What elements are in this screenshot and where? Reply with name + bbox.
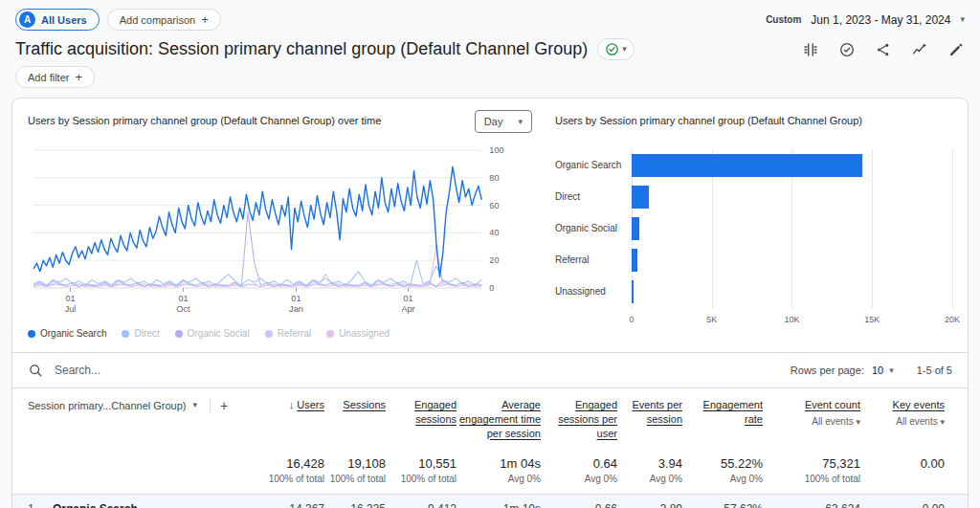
column-header-engaged-sessions-per-user[interactable]: Engaged sessions per user <box>541 398 617 441</box>
add-filter-label: Add filter <box>28 72 69 83</box>
bar[interactable] <box>632 186 649 209</box>
svg-text:01: 01 <box>403 294 412 303</box>
bar-chart-title: Users by Session primary channel group (… <box>555 110 952 126</box>
legend-dot <box>175 330 183 338</box>
filter-bar: Add filter + <box>0 64 980 98</box>
totals-cell: 1m 04sAvg 0% <box>457 456 541 484</box>
legend-item[interactable]: Referral <box>265 328 312 339</box>
line-chart-title: Users by Session primary channel group (… <box>28 110 381 126</box>
dimension-column-header[interactable]: Session primary...Channel Group)▾+ <box>28 398 257 441</box>
row-metric-cell: 0.00 <box>860 502 945 508</box>
add-filter-button[interactable]: Add filter + <box>15 66 95 88</box>
legend-label: Organic Social <box>188 328 250 339</box>
totals-cell: 75,321100% of total <box>763 456 860 484</box>
metric-filter-dropdown[interactable]: All events ▾ <box>763 415 860 429</box>
totals-empty-cell <box>28 456 257 484</box>
dimension-header-label: Session primary...Channel Group) <box>28 399 186 413</box>
totals-cell: 19,108100% of total <box>324 456 386 484</box>
table-totals-row: 16,428100% of total19,108100% of total10… <box>12 447 968 495</box>
svg-text:80: 80 <box>489 173 499 183</box>
search-input[interactable] <box>53 363 781 378</box>
caret-down-icon: ▾ <box>622 45 627 54</box>
legend-label: Referral <box>278 328 312 339</box>
add-dimension-button[interactable]: + <box>210 399 228 412</box>
totals-cell: 3.94Avg 0% <box>617 456 682 484</box>
rows-per-page-label: Rows per page: <box>791 364 864 376</box>
report-header: Traffic acquisition: Session primary cha… <box>0 34 980 64</box>
rows-per-page-select[interactable]: 10 ▾ <box>872 364 894 376</box>
table-toolbar: Rows per page: 10 ▾ 1-5 of 5 <box>12 352 968 388</box>
table-row[interactable]: 1Organic Search14,36716,3359,4121m 10s0.… <box>12 495 968 508</box>
totals-cell: 10,551100% of total <box>386 456 457 484</box>
data-quality-button[interactable]: ▾ <box>597 38 635 60</box>
svg-text:Oct: Oct <box>176 304 190 314</box>
svg-text:100: 100 <box>489 145 503 155</box>
column-header-key-events[interactable]: Key eventsAll events ▾ <box>860 398 945 441</box>
svg-text:01: 01 <box>65 294 75 303</box>
add-comparison-button[interactable]: Add comparison + <box>107 9 221 31</box>
svg-text:Apr: Apr <box>401 304 414 314</box>
granularity-select[interactable]: Day ▾ <box>475 110 532 133</box>
svg-text:40: 40 <box>489 228 499 237</box>
top-bar: A All Users Add comparison + Custom Jun … <box>0 0 980 34</box>
avatar: A <box>19 11 35 28</box>
bar[interactable] <box>632 154 862 177</box>
caret-down-icon: ▾ <box>192 399 197 409</box>
line-chart[interactable]: 02040608010001Jul01Oct01Jan01Apr <box>28 143 532 324</box>
metric-filter-dropdown[interactable]: All events ▾ <box>860 415 945 429</box>
svg-text:20: 20 <box>489 255 499 265</box>
bar-category-label: Organic Social <box>555 212 632 244</box>
row-channel-label: Organic Search <box>53 502 138 508</box>
bar[interactable] <box>632 249 637 272</box>
date-mode-label: Custom <box>766 14 801 25</box>
bar-category-label: Referral <box>555 244 632 276</box>
svg-text:Jul: Jul <box>65 304 77 314</box>
totals-cell: 0.64Avg 0% <box>541 456 617 484</box>
bar[interactable] <box>632 217 639 240</box>
bar-x-tick-label: 0 <box>629 315 634 324</box>
totals-cell: 16,428100% of total <box>257 456 324 484</box>
table-body: 1Organic Search14,36716,3359,4121m 10s0.… <box>12 495 968 508</box>
column-header-engaged-sessions[interactable]: Engaged sessions <box>386 398 457 441</box>
bar-category-label: Unassigned <box>555 276 632 307</box>
comparisons-columns-icon[interactable] <box>802 41 819 58</box>
report-card: Users by Session primary channel group (… <box>11 98 969 508</box>
edit-pencil-icon[interactable] <box>947 41 965 58</box>
legend-dot <box>122 330 129 338</box>
legend-item[interactable]: Direct <box>122 328 159 339</box>
column-header-events-per-session[interactable]: Events per session <box>617 398 682 441</box>
legend-label: Direct <box>134 328 159 339</box>
legend-item[interactable]: Organic Social <box>175 328 250 339</box>
search-icon <box>28 363 43 378</box>
all-users-chip[interactable]: A All Users <box>15 9 100 31</box>
checkmark-circle-green-icon <box>605 42 619 56</box>
totals-cell: 0.00 <box>860 456 945 484</box>
row-metric-cell: 9,412 <box>386 502 457 508</box>
share-icon[interactable] <box>875 41 892 58</box>
table-header-row: Session primary...Channel Group)▾+↓ User… <box>12 388 968 447</box>
column-header-users[interactable]: ↓ Users <box>257 398 324 441</box>
svg-text:60: 60 <box>489 201 499 210</box>
bar-x-tick-label: 10K <box>784 315 799 324</box>
bar-chart-panel: Users by Session primary channel group (… <box>546 110 952 339</box>
column-header-event-count[interactable]: Event countAll events ▾ <box>763 398 860 441</box>
insights-icon[interactable] <box>911 41 928 58</box>
column-header-sessions[interactable]: Sessions <box>324 398 386 441</box>
legend-label: Unassigned <box>339 328 390 339</box>
check-circle-icon[interactable] <box>838 41 856 58</box>
legend-item[interactable]: Organic Search <box>28 328 106 339</box>
legend-dot <box>28 330 35 338</box>
column-header-engagement-rate[interactable]: Engagement rate <box>682 398 763 441</box>
svg-text:01: 01 <box>178 294 188 303</box>
date-range-value: Jun 1, 2023 - May 31, 2024 <box>811 13 950 27</box>
row-metric-cell: 0.66 <box>541 502 617 508</box>
bar-x-tick-label: 5K <box>706 315 717 324</box>
plus-icon: + <box>75 71 82 83</box>
bar[interactable] <box>632 280 634 303</box>
legend-item[interactable]: Unassigned <box>326 328 390 339</box>
row-metric-cell: 14,367 <box>257 502 324 508</box>
rows-per-page-value: 10 <box>872 364 883 376</box>
add-comparison-label: Add comparison <box>120 14 196 26</box>
date-range-picker[interactable]: Custom Jun 1, 2023 - May 31, 2024 ▾ <box>766 13 965 27</box>
column-header-average-engagement-time-per-session[interactable]: Average engagement time per session <box>457 398 541 441</box>
